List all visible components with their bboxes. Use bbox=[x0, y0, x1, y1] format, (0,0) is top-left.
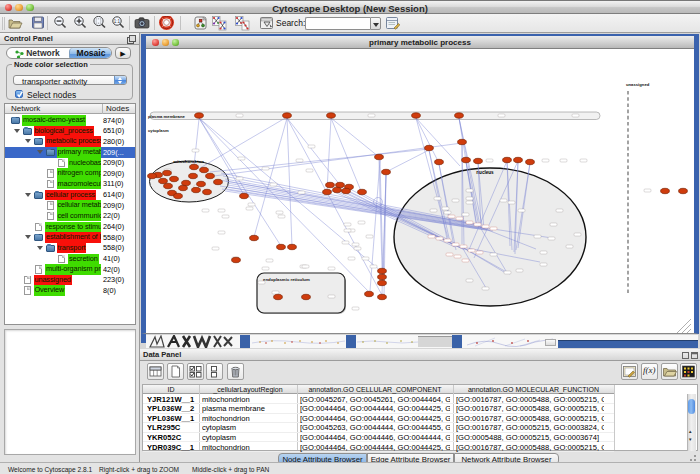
svg-text:endoplasmic reticulum: endoplasmic reticulum bbox=[263, 277, 310, 282]
svg-text:mitochondrion: mitochondrion bbox=[173, 159, 204, 164]
svg-text:Search:: Search: bbox=[276, 18, 305, 28]
svg-text:unassigned: unassigned bbox=[626, 82, 650, 87]
svg-text:1:1: 1:1 bbox=[114, 19, 121, 24]
svg-text:cytoplasm: cytoplasm bbox=[148, 128, 169, 133]
svg-text:plasma membrane: plasma membrane bbox=[148, 114, 185, 119]
